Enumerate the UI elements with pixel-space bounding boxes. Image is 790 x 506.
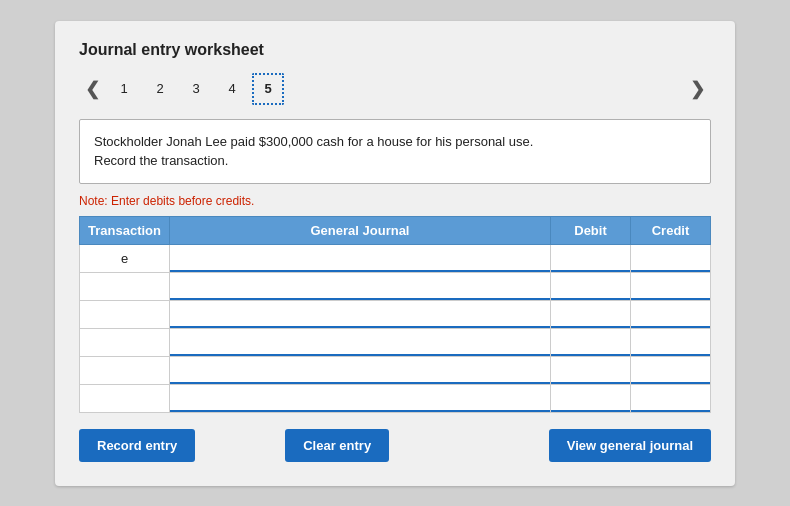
col-header-transaction: Transaction: [80, 216, 170, 244]
row-1-general-journal-cell[interactable]: [170, 244, 551, 272]
prev-page-button[interactable]: ❮: [79, 76, 106, 102]
table-row: [80, 272, 711, 300]
col-header-general-journal: General Journal: [170, 216, 551, 244]
row-1-transaction: e: [80, 244, 170, 272]
page-5-button[interactable]: 5: [252, 73, 284, 105]
page-3-button[interactable]: 3: [180, 73, 212, 105]
note-text: Note: Enter debits before credits.: [79, 194, 711, 208]
table-row: [80, 356, 711, 384]
row-3-debit-input[interactable]: [551, 301, 630, 328]
row-5-debit-cell[interactable]: [551, 356, 631, 384]
page-2-button[interactable]: 2: [144, 73, 176, 105]
table-row: [80, 328, 711, 356]
clear-entry-button[interactable]: Clear entry: [285, 429, 389, 462]
row-5-general-journal-cell[interactable]: [170, 356, 551, 384]
row-3-general-journal-input[interactable]: [170, 301, 550, 328]
record-entry-button[interactable]: Record entry: [79, 429, 195, 462]
button-row: Record entry Clear entry View general jo…: [79, 429, 711, 462]
page-1-button[interactable]: 1: [108, 73, 140, 105]
row-4-credit-cell[interactable]: [631, 328, 711, 356]
journal-entry-worksheet-card: Journal entry worksheet ❮ 1 2 3 4 5 ❯ St…: [55, 21, 735, 486]
row-6-credit-cell[interactable]: [631, 384, 711, 412]
row-5-credit-input[interactable]: [631, 357, 710, 384]
row-6-transaction: [80, 384, 170, 412]
row-5-debit-input[interactable]: [551, 357, 630, 384]
description-text: Stockholder Jonah Lee paid $300,000 cash…: [94, 134, 533, 169]
view-general-journal-button[interactable]: View general journal: [549, 429, 711, 462]
row-3-credit-input[interactable]: [631, 301, 710, 328]
pagination: ❮ 1 2 3 4 5 ❯: [79, 73, 711, 105]
row-3-credit-cell[interactable]: [631, 300, 711, 328]
description-box: Stockholder Jonah Lee paid $300,000 cash…: [79, 119, 711, 184]
row-4-general-journal-input[interactable]: [170, 329, 550, 356]
row-2-debit-cell[interactable]: [551, 272, 631, 300]
row-2-debit-input[interactable]: [551, 273, 630, 300]
row-4-credit-input[interactable]: [631, 329, 710, 356]
table-row: e: [80, 244, 711, 272]
page-4-button[interactable]: 4: [216, 73, 248, 105]
row-5-transaction: [80, 356, 170, 384]
row-3-transaction: [80, 300, 170, 328]
row-2-general-journal-cell[interactable]: [170, 272, 551, 300]
row-1-debit-input[interactable]: [551, 245, 630, 272]
col-header-debit: Debit: [551, 216, 631, 244]
row-6-debit-cell[interactable]: [551, 384, 631, 412]
row-4-debit-input[interactable]: [551, 329, 630, 356]
row-6-general-journal-cell[interactable]: [170, 384, 551, 412]
row-1-credit-input[interactable]: [631, 245, 710, 272]
row-5-general-journal-input[interactable]: [170, 357, 550, 384]
table-row: [80, 384, 711, 412]
row-1-debit-cell[interactable]: [551, 244, 631, 272]
row-2-credit-input[interactable]: [631, 273, 710, 300]
row-5-credit-cell[interactable]: [631, 356, 711, 384]
col-header-credit: Credit: [631, 216, 711, 244]
row-2-general-journal-input[interactable]: [170, 273, 550, 300]
row-2-transaction: [80, 272, 170, 300]
row-2-credit-cell[interactable]: [631, 272, 711, 300]
row-3-general-journal-cell[interactable]: [170, 300, 551, 328]
row-6-credit-input[interactable]: [631, 385, 710, 412]
page-title: Journal entry worksheet: [79, 41, 711, 59]
row-1-general-journal-input[interactable]: [170, 245, 550, 272]
next-page-button[interactable]: ❯: [684, 76, 711, 102]
row-3-debit-cell[interactable]: [551, 300, 631, 328]
row-4-transaction: [80, 328, 170, 356]
journal-table: Transaction General Journal Debit Credit…: [79, 216, 711, 413]
table-row: [80, 300, 711, 328]
row-6-general-journal-input[interactable]: [170, 385, 550, 412]
row-4-debit-cell[interactable]: [551, 328, 631, 356]
row-4-general-journal-cell[interactable]: [170, 328, 551, 356]
row-6-debit-input[interactable]: [551, 385, 630, 412]
row-1-credit-cell[interactable]: [631, 244, 711, 272]
